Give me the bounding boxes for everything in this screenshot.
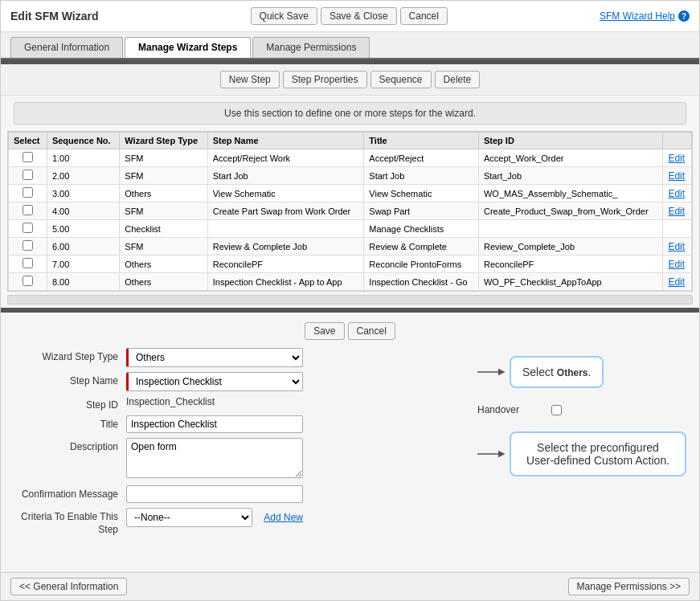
- step-properties-button[interactable]: Step Properties: [283, 71, 367, 88]
- table-row: 4.00 SFM Create Part Swap from Work Orde…: [9, 202, 692, 220]
- next-button[interactable]: Manage Permissions >>: [568, 578, 690, 595]
- row-checkbox[interactable]: [23, 170, 33, 180]
- tab-manage-wizard-steps[interactable]: Manage Wizard Steps: [125, 37, 251, 58]
- row-title: Accept/Reject: [364, 149, 479, 167]
- confirmation-control: [126, 485, 303, 503]
- edit-link[interactable]: Edit: [668, 206, 685, 217]
- quick-save-button[interactable]: Quick Save: [251, 7, 317, 25]
- table-row: 2.00 SFM Start Job Start Job Start_Job E…: [9, 167, 692, 185]
- row-name: Create Part Swap from Work Order: [207, 202, 364, 220]
- select-custom-action-callout: Select the preconfigured User-defined Cu…: [510, 431, 686, 476]
- row-name: [207, 220, 364, 238]
- step-id-value: Inspection_Checklist: [126, 396, 303, 407]
- row-checkbox[interactable]: [23, 223, 33, 233]
- edit-link[interactable]: Edit: [668, 276, 685, 288]
- cancel-button[interactable]: Cancel: [400, 7, 448, 25]
- row-select-cell[interactable]: [9, 256, 47, 273]
- row-stepid: [478, 220, 662, 238]
- col-seq: Sequence No.: [47, 133, 119, 149]
- row-type: SFM: [120, 202, 207, 220]
- wizard-step-type-row: Wizard Step Type Others SFM Checklist: [14, 348, 453, 367]
- page-title: Edit SFM Wizard: [10, 10, 99, 22]
- edit-link[interactable]: Edit: [668, 170, 685, 182]
- callout-1-row: Select Others.: [477, 356, 604, 388]
- row-select-cell[interactable]: [9, 273, 47, 291]
- main-window: Edit SFM Wizard Quick Save Save & Close …: [0, 0, 700, 601]
- back-button[interactable]: << General Information: [10, 578, 127, 595]
- row-checkbox[interactable]: [23, 187, 33, 198]
- row-stepid: Accept_Work_Order: [478, 149, 662, 167]
- save-close-button[interactable]: Save & Close: [321, 7, 397, 25]
- tab-general-information[interactable]: General Information: [10, 37, 123, 58]
- edit-link[interactable]: Edit: [668, 188, 685, 199]
- row-title: Reconcile ProntoForms: [364, 256, 479, 273]
- arrow-1-icon: [477, 364, 506, 380]
- row-select-cell[interactable]: [9, 202, 47, 220]
- row-stepid: WO_PF_Checklist_AppToApp: [478, 273, 662, 291]
- table-row: 8.00 Others Inspection Checklist - App t…: [9, 273, 692, 291]
- help-link[interactable]: SFM Wizard Help: [600, 10, 675, 22]
- callout-2-row: Select the preconfigured User-defined Cu…: [477, 431, 686, 476]
- edit-link[interactable]: Edit: [668, 153, 685, 164]
- row-select-cell[interactable]: [9, 185, 47, 202]
- row-name: Inspection Checklist - App to App: [207, 273, 364, 291]
- form-cancel-button[interactable]: Cancel: [348, 322, 395, 340]
- row-checkbox[interactable]: [23, 276, 33, 286]
- criteria-control: --None-- Add New: [126, 508, 303, 527]
- col-stepid: Step ID: [478, 133, 662, 149]
- row-checkbox[interactable]: [23, 258, 33, 268]
- row-seq: 2.00: [47, 167, 119, 185]
- edit-link[interactable]: Edit: [668, 259, 685, 270]
- table-row: 6.00 SFM Review & Complete Job Review & …: [9, 238, 692, 256]
- row-select-cell[interactable]: [9, 220, 47, 238]
- row-edit-cell: [663, 220, 692, 238]
- title-input[interactable]: [126, 415, 303, 433]
- step-name-select[interactable]: Inspection Checklist ReconcilePF View Sc…: [126, 372, 303, 391]
- table-row: 1.00 SFM Accept/Reject Work Accept/Rejec…: [9, 149, 692, 167]
- description-textarea[interactable]: Open form: [126, 438, 303, 478]
- row-type: Others: [120, 185, 207, 202]
- new-step-button[interactable]: New Step: [220, 71, 280, 88]
- title-label: Title: [14, 415, 126, 430]
- row-name: View Schematic: [207, 185, 364, 202]
- wizard-step-type-select[interactable]: Others SFM Checklist: [126, 348, 303, 367]
- confirmation-label: Confirmation Message: [14, 485, 126, 500]
- step-id-row: Step ID Inspection_Checklist: [14, 396, 453, 411]
- step-toolbar: New Step Step Properties Sequence Delete: [1, 64, 699, 96]
- table-scrollbar[interactable]: [7, 295, 693, 305]
- row-edit-cell: Edit: [663, 273, 692, 291]
- step-name-row: Step Name Inspection Checklist Reconcile…: [14, 372, 453, 391]
- help-icon[interactable]: ?: [678, 10, 690, 22]
- row-seq: 6.00: [47, 238, 119, 256]
- add-new-link[interactable]: Add New: [264, 512, 303, 523]
- tab-bar: General Information Manage Wizard Steps …: [1, 32, 699, 59]
- form-save-button[interactable]: Save: [305, 322, 344, 340]
- row-title: View Schematic: [364, 185, 479, 202]
- title-bar-buttons: Quick Save Save & Close Cancel: [251, 7, 448, 25]
- sequence-button[interactable]: Sequence: [370, 71, 432, 88]
- arrow-2-icon: [477, 446, 506, 462]
- confirmation-input[interactable]: [126, 485, 303, 503]
- handover-checkbox[interactable]: [551, 405, 562, 415]
- row-select-cell[interactable]: [9, 149, 47, 167]
- tab-manage-permissions[interactable]: Manage Permissions: [252, 37, 370, 58]
- description-label: Description: [14, 438, 126, 452]
- row-type: Others: [120, 256, 207, 273]
- delete-button[interactable]: Delete: [435, 71, 481, 88]
- row-checkbox[interactable]: [23, 152, 33, 162]
- row-checkbox[interactable]: [23, 205, 33, 215]
- edit-link[interactable]: Edit: [668, 241, 685, 252]
- select-others-callout: Select Others.: [510, 356, 604, 388]
- description-row: Description Open form: [14, 438, 453, 480]
- title-bar: Edit SFM Wizard Quick Save Save & Close …: [1, 1, 699, 32]
- row-type: SFM: [120, 238, 207, 256]
- row-seq: 1.00: [47, 149, 119, 167]
- steps-table: Select Sequence No. Wizard Step Type Ste…: [8, 132, 692, 291]
- table-row: 7.00 Others ReconcilePF Reconcile Pronto…: [9, 256, 692, 273]
- criteria-select[interactable]: --None--: [126, 508, 252, 527]
- row-select-cell[interactable]: [9, 167, 47, 185]
- row-checkbox[interactable]: [23, 240, 33, 251]
- confirmation-row: Confirmation Message: [14, 485, 453, 503]
- row-select-cell[interactable]: [9, 238, 47, 256]
- row-title: Inspection Checklist - Go: [364, 273, 479, 291]
